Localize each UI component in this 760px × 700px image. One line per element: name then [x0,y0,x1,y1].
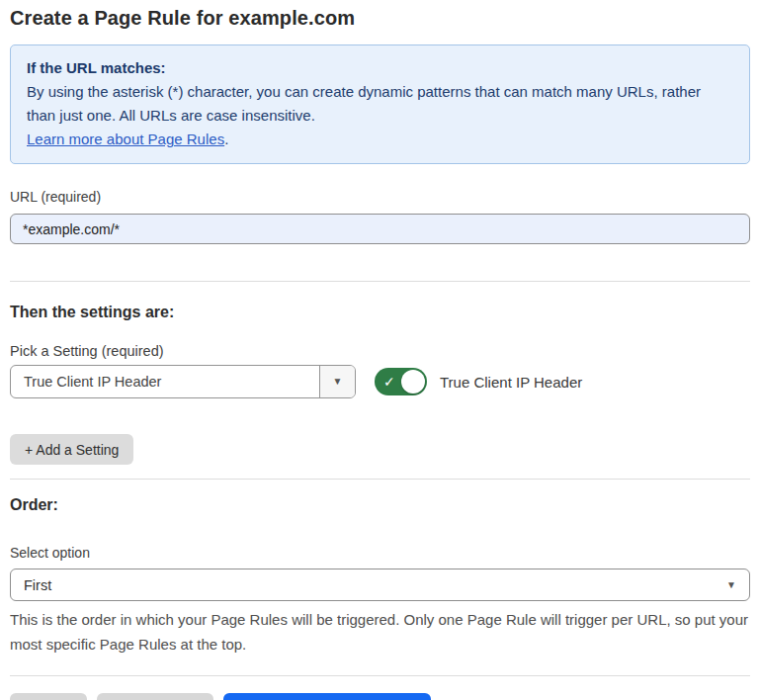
form-actions: Cancel Save as Draft Save and Deploy Pag… [10,693,750,700]
pick-setting-label: Pick a Setting (required) [10,343,750,359]
order-select[interactable]: First ▼ [10,569,750,601]
page-rule-form: Create a Page Rule for example.com If th… [0,7,760,700]
order-select-value: First [24,577,51,593]
true-client-ip-toggle[interactable]: ✓ [375,368,427,395]
check-icon: ✓ [383,374,395,390]
save-as-draft-button[interactable]: Save as Draft [97,693,214,700]
setting-select-value: True Client IP Header [11,366,319,397]
url-input[interactable] [10,214,750,244]
order-section-heading: Order: [10,496,750,514]
chevron-down-icon: ▼ [726,580,736,590]
add-setting-button[interactable]: + Add a Setting [10,434,133,465]
info-box-body: By using the asterisk (*) character, you… [27,80,733,128]
save-and-deploy-button[interactable]: Save and Deploy Page Rule [223,693,431,700]
settings-section-heading: Then the settings are: [10,304,750,321]
setting-row: True Client IP Header ▼ ✓ True Client IP… [10,365,750,398]
divider [10,281,750,282]
divider [10,479,750,480]
toggle-knob [401,370,425,394]
divider [10,675,750,676]
url-field-label: URL (required) [10,189,750,205]
setting-select[interactable]: True Client IP Header ▼ [10,365,356,398]
learn-more-link[interactable]: Learn more about Page Rules [27,131,224,147]
info-box-link-line: Learn more about Page Rules. [27,128,733,151]
url-match-info-box: If the URL matches: By using the asteris… [10,44,750,164]
toggle-label: True Client IP Header [440,374,582,391]
order-select-label: Select option [10,545,750,561]
page-title: Create a Page Rule for example.com [10,7,750,30]
order-help-text: This is the order in which your Page Rul… [10,607,750,656]
link-suffix: . [224,131,228,147]
chevron-down-icon: ▼ [333,377,343,387]
setting-select-arrow-button[interactable]: ▼ [319,366,355,397]
info-box-heading: If the URL matches: [27,56,733,80]
cancel-button[interactable]: Cancel [10,693,87,700]
